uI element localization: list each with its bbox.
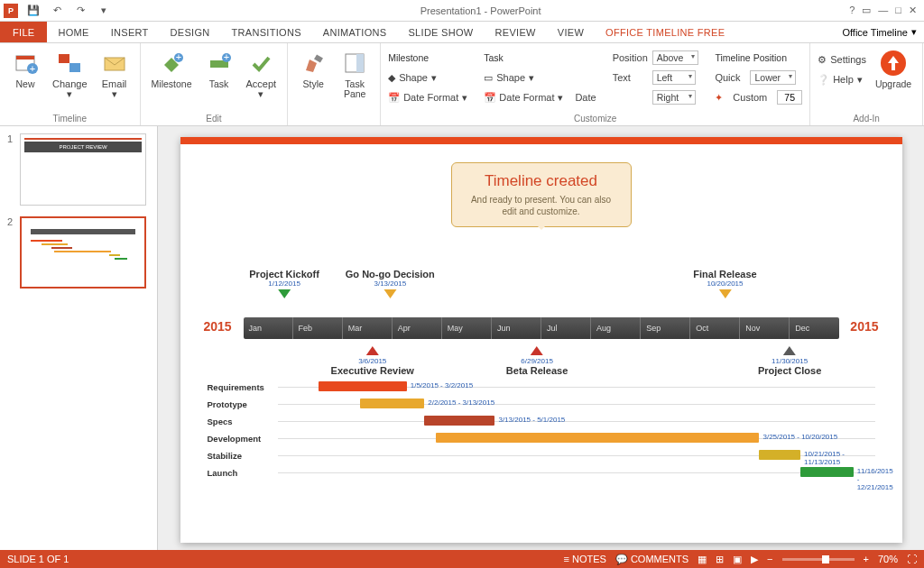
tab-office-timeline[interactable]: OFFICE TIMELINE FREE [595,22,735,42]
view-normal-icon[interactable]: ▦ [698,554,707,565]
milestone-shape-dropdown[interactable]: ◆ Shape ▾ [388,69,467,87]
task-dateformat-dropdown[interactable]: 📅 Date Format ▾ [484,92,562,104]
task-section-label: Task [484,49,596,67]
text2-select[interactable]: Right [652,90,696,105]
svg-rect-13 [314,54,323,62]
task-row: Specs3/13/2015 - 5/1/2015 [208,413,875,429]
slide-thumb-2[interactable] [20,216,146,289]
tab-insert[interactable]: INSERT [100,22,160,42]
redo-icon[interactable]: ↷ [72,3,88,19]
milestone-marker: 3/6/2015Executive Review [331,344,414,376]
task-row: Requirements1/5/2015 - 3/2/2015 [208,379,875,395]
view-slideshow-icon[interactable]: ▶ [751,554,758,565]
month-cell: Jun [492,317,541,339]
tab-slideshow[interactable]: SLIDE SHOW [397,22,484,42]
callout-tooltip: Timeline created And ready to present. Y… [451,162,632,227]
milestone-dateformat-dropdown[interactable]: 📅 Date Format ▾ [388,88,467,106]
svg-rect-15 [356,54,364,72]
tab-home[interactable]: HOME [47,22,99,42]
group-edit-label: Edit [206,112,221,124]
tab-office-timeline-right[interactable]: Office Timeline [842,27,908,38]
month-cell: Dec [790,317,838,339]
minimize-icon[interactable]: — [878,5,888,16]
ribbon-tabs: FILE HOME INSERT DESIGN TRANSITIONS ANIM… [0,22,924,43]
task-row: Stabilize10/21/2015 - 11/13/2015 [208,447,875,463]
tab-file[interactable]: FILE [0,22,47,42]
comments-button[interactable]: 💬 COMMENTS [615,554,688,565]
tab-view[interactable]: VIEW [547,22,595,42]
help-icon[interactable]: ? [849,5,855,16]
change-button[interactable]: Change▾ [49,47,91,101]
svg-rect-4 [59,54,69,63]
view-reading-icon[interactable]: ▣ [733,554,742,565]
tab-review[interactable]: REVIEW [485,22,547,42]
svg-text:+: + [223,51,228,62]
zoom-slider[interactable] [782,558,855,561]
svg-rect-1 [16,56,34,60]
tab-transitions[interactable]: TRANSITIONS [221,22,312,42]
month-cell: Aug [591,317,641,339]
milestone-marker: Go No-go Decision3/13/2015 [346,269,435,300]
slide-thumb-1[interactable]: PROJECT REVIEW [20,133,146,206]
style-button[interactable]: Style [295,47,331,91]
task-button[interactable]: +Task [201,47,237,91]
close-icon[interactable]: ✕ [909,5,917,16]
group-customize-label: Customize [388,112,802,124]
save-icon[interactable]: 💾 [25,3,42,19]
zoom-value: 70% [878,554,898,564]
app-icon: P [4,4,18,18]
zoom-in-icon[interactable]: + [864,554,869,564]
task-row: Prototype2/2/2015 - 3/13/2015 [208,396,875,412]
upgrade-button[interactable]: Upgrade [872,47,915,91]
svg-text:+: + [176,51,181,62]
titlebar: P 💾 ↶ ↷ ▾ Presentation1 - PowerPoint ? ▭… [0,0,924,22]
custom-input[interactable] [777,90,802,105]
tab-design[interactable]: DESIGN [160,22,221,42]
window-title: Presentation1 - PowerPoint [112,5,849,16]
task-row: Launch11/16/2015 - 12/21/2015 [208,464,875,481]
settings-button[interactable]: ⚙ Settings [818,50,866,69]
position-select[interactable]: Above [652,50,699,65]
month-cell: Apr [393,317,442,339]
tab-animations[interactable]: ANIMATIONS [312,22,398,42]
quick-select[interactable]: Lower [750,70,796,85]
maximize-icon[interactable]: □ [895,5,901,16]
slide-canvas[interactable]: Timeline created And ready to present. Y… [180,137,902,543]
new-button[interactable]: +New [7,47,43,91]
accept-button[interactable]: Accept▾ [243,47,281,101]
month-cell: Jan [244,317,293,339]
milestone-marker: 11/30/2015Project Close [758,344,821,376]
gantt-chart: Requirements1/5/2015 - 3/2/2015Prototype… [208,379,875,481]
group-addin-label: Add-In [853,112,879,124]
qat-dropdown-icon[interactable]: ▾ [96,3,112,19]
month-cell: Jul [541,317,591,339]
taskpane-button[interactable]: Task Pane [337,47,373,101]
statusbar: SLIDE 1 OF 1 ≡ NOTES 💬 COMMENTS ▦ ⊞ ▣ ▶ … [0,550,924,568]
month-cell: May [442,317,492,339]
task-shape-dropdown[interactable]: ▭ Shape ▾ [484,69,596,87]
month-cell: Nov [740,317,790,339]
month-cell: Sep [641,317,690,339]
notes-button[interactable]: ≡ NOTES [564,554,606,564]
slide-thumbnails: 1 PROJECT REVIEW 2 [0,126,158,550]
ribbon: +New Change▾ Email▾ Timeline +Milestone … [0,43,924,126]
fit-icon[interactable]: ⛶ [907,554,917,564]
milestone-button[interactable]: +Milestone [148,47,196,91]
zoom-out-icon[interactable]: − [767,554,772,564]
milestone-marker: Project Kickoff1/12/2015 [249,269,319,300]
slide-counter: SLIDE 1 OF 1 [7,554,69,564]
undo-icon[interactable]: ↶ [49,3,65,19]
milestone-marker: Final Release10/20/2015 [693,269,756,300]
timeline-position-label: Timeline Position [715,49,802,67]
ribbon-toggle-icon[interactable]: ▭ [862,5,871,16]
help-button[interactable]: ❔ Help ▾ [818,70,866,88]
email-button[interactable]: Email▾ [97,47,133,101]
workspace: 1 PROJECT REVIEW 2 [0,126,924,550]
date-label: Date [575,92,596,103]
month-cell: Feb [293,317,343,339]
month-cell: Oct [690,317,740,339]
text-select[interactable]: Left [652,70,696,85]
milestone-marker: 6/29/2015Beta Release [506,344,568,376]
task-row: Development3/25/2015 - 10/20/2015 [208,430,875,446]
view-sorter-icon[interactable]: ⊞ [716,554,724,565]
